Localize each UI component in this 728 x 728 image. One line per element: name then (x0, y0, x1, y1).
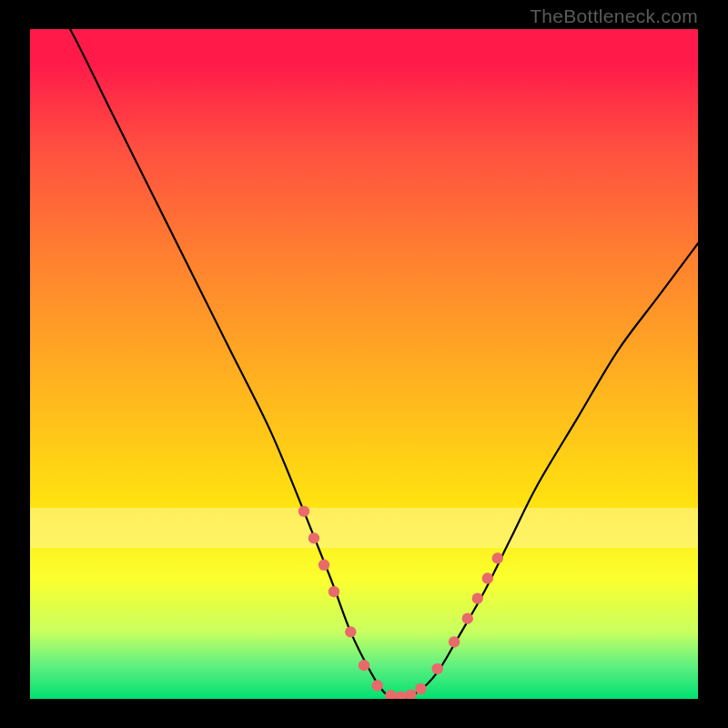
curve-marker (462, 612, 473, 623)
chart-frame: TheBottleneck.com (0, 0, 728, 728)
curve-marker (482, 572, 493, 583)
curve-marker (432, 663, 443, 674)
curve-marker (329, 586, 339, 597)
curve-markers (298, 506, 503, 699)
curve-marker (449, 636, 460, 647)
curve-marker (298, 506, 309, 517)
curve-marker (345, 626, 356, 637)
plot-area (30, 29, 698, 699)
curve-marker (492, 552, 503, 563)
watermark-text: TheBottleneck.com (530, 5, 698, 27)
curve-marker (385, 690, 396, 699)
curve-marker (415, 683, 426, 694)
curve-marker (405, 689, 416, 699)
curve-marker (395, 692, 406, 699)
curve-marker (359, 660, 369, 671)
curve-marker (308, 532, 319, 543)
curve-svg (30, 29, 698, 699)
curve-marker (472, 592, 483, 603)
bottleneck-curve (30, 29, 698, 699)
curve-marker (318, 560, 329, 571)
curve-marker (371, 680, 382, 691)
